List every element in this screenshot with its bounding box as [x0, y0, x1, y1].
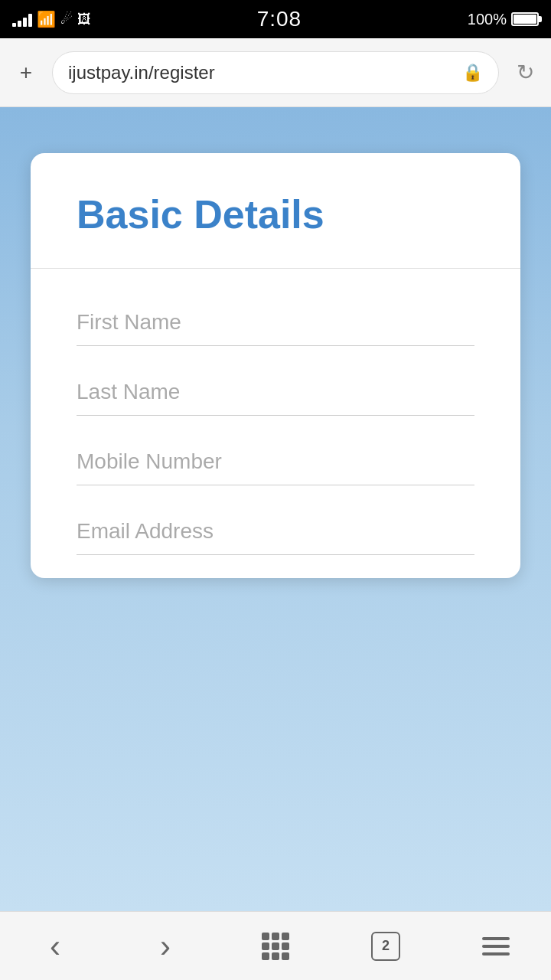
back-button[interactable] [24, 920, 86, 973]
email-address-field [77, 508, 474, 555]
first-name-field [77, 299, 474, 346]
tabs-button[interactable]: 2 [355, 920, 416, 973]
battery-percent: 100% [468, 11, 507, 28]
back-arrow-icon [50, 928, 60, 965]
lock-icon: 🔒 [462, 63, 483, 83]
home-grid-button[interactable] [245, 920, 306, 973]
menu-button[interactable] [465, 920, 527, 973]
last-name-input[interactable] [77, 369, 474, 416]
mobile-number-input[interactable] [77, 439, 474, 485]
email-address-input[interactable] [77, 508, 474, 555]
usb-icon: ☄ [60, 11, 73, 28]
status-bar-left: 📶 ☄ 🖼 [12, 10, 91, 28]
browser-bottom-bar: 2 [0, 911, 551, 980]
battery-icon [511, 12, 539, 26]
wifi-icon: 📶 [37, 10, 56, 28]
new-tab-button[interactable]: + [9, 56, 43, 90]
last-name-field [77, 369, 474, 416]
form-card: Basic Details [31, 153, 520, 578]
image-icon: 🖼 [77, 11, 91, 28]
forward-button[interactable] [135, 920, 196, 973]
form-header: Basic Details [31, 153, 520, 269]
first-name-input[interactable] [77, 299, 474, 346]
page-content: Basic Details [0, 107, 551, 911]
status-bar: 📶 ☄ 🖼 7:08 100% [0, 0, 551, 38]
mobile-number-field [77, 439, 474, 485]
form-title: Basic Details [77, 191, 474, 237]
reload-button[interactable]: ↻ [508, 56, 542, 90]
signal-icon [12, 11, 32, 27]
tab-count-box: 2 [371, 932, 400, 961]
url-text: ijustpay.in/register [68, 62, 455, 83]
form-body [31, 269, 520, 578]
status-bar-right: 100% [468, 11, 539, 28]
grid-icon [262, 933, 289, 960]
status-time: 7:08 [257, 7, 302, 31]
forward-arrow-icon [160, 928, 171, 965]
tab-count-label: 2 [382, 938, 390, 954]
address-bar[interactable]: ijustpay.in/register 🔒 [52, 51, 499, 94]
browser-bar: + ijustpay.in/register 🔒 ↻ [0, 38, 551, 107]
hamburger-icon [482, 937, 510, 956]
